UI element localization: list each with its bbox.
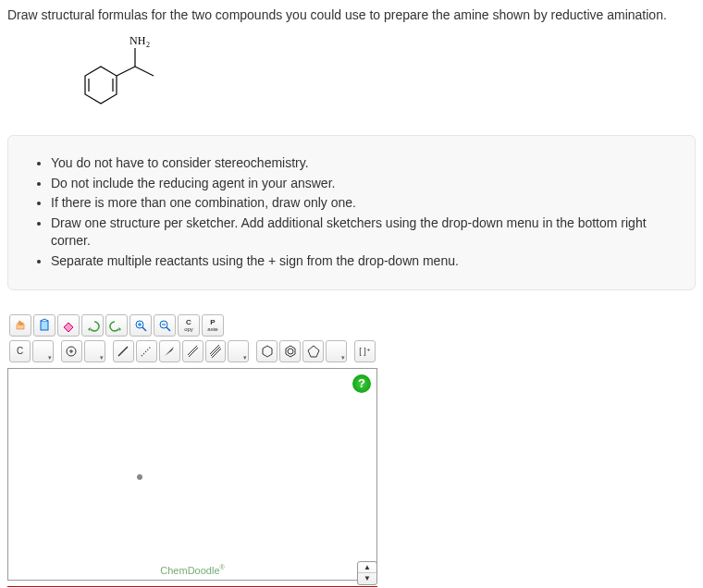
svg-marker-4 [85,67,117,104]
svg-marker-33 [308,346,319,357]
bracket-tool-button[interactable]: [ ]⁺ [354,340,376,362]
cyclopentane-icon[interactable] [302,340,324,362]
bond-dropdown[interactable] [228,340,249,362]
svg-point-32 [288,349,293,354]
nh2-label: NH [130,34,146,47]
undo-icon[interactable] [81,314,104,337]
element-carbon-button[interactable]: C [9,340,31,362]
spinner-up-icon[interactable]: ▲ [358,562,376,574]
triple-bond-icon[interactable] [205,340,227,362]
spinner-down-icon[interactable]: ▼ [358,573,376,584]
svg-line-24 [142,347,151,356]
hand-tool-icon[interactable] [9,314,31,337]
svg-rect-12 [41,321,48,330]
svg-line-23 [118,347,128,356]
svg-line-11 [101,70,113,78]
eraser-tool-icon[interactable] [57,314,80,337]
single-bond-icon[interactable] [113,340,134,362]
svg-line-14 [142,327,146,331]
zoom-in-icon[interactable] [130,314,152,337]
instructions-panel: You do not have to consider stereochemis… [7,135,696,290]
cyclohexane-icon[interactable] [256,340,278,362]
chemdoodle-brand: ChemDoodle® [160,564,224,576]
charge-tool-icon[interactable] [61,340,82,362]
instruction-item: Draw one structure per sketcher. Add add… [51,214,674,251]
element-dropdown[interactable] [32,340,54,362]
instruction-item: If there is more than one combination, d… [51,194,674,213]
benzene-icon[interactable] [279,340,301,362]
svg-line-18 [166,327,170,331]
canvas-start-dot [137,474,142,480]
question-text: Draw structural formulas for the two com… [7,7,696,22]
sketcher-toolbar: Copy Paste C [ ]⁺ [7,312,377,366]
help-icon[interactable]: ? [352,374,371,393]
zoom-out-icon[interactable] [154,314,176,337]
svg-line-9 [89,70,100,77]
drawing-canvas[interactable]: ? ChemDoodle® [7,368,377,581]
svg-marker-30 [263,346,272,357]
chemdoodle-sketcher: Copy Paste C [ ]⁺ ? ChemDoodl [7,312,377,588]
paste-button[interactable]: Paste [202,314,224,337]
ring-dropdown[interactable] [326,340,347,362]
charge-dropdown[interactable] [84,340,105,362]
instruction-item: You do not have to consider stereochemis… [51,154,674,173]
dotted-bond-icon[interactable] [136,340,157,362]
target-molecule-image: NH 2 [44,33,696,116]
instruction-item: Do not include the reducing agent in you… [51,175,674,193]
copy-button[interactable]: Copy [178,314,200,337]
double-bond-icon[interactable] [182,340,204,362]
wedge-bond-icon[interactable] [159,340,180,362]
svg-text:2: 2 [146,41,150,49]
redo-icon[interactable] [105,314,128,337]
svg-line-10 [101,93,112,100]
svg-line-2 [135,67,154,76]
clear-tool-icon[interactable] [33,314,56,337]
svg-line-3 [117,67,135,76]
instruction-item: Separate multiple reactants using the + … [51,252,674,271]
add-sketcher-spinner[interactable]: ▲ ▼ [357,561,377,585]
